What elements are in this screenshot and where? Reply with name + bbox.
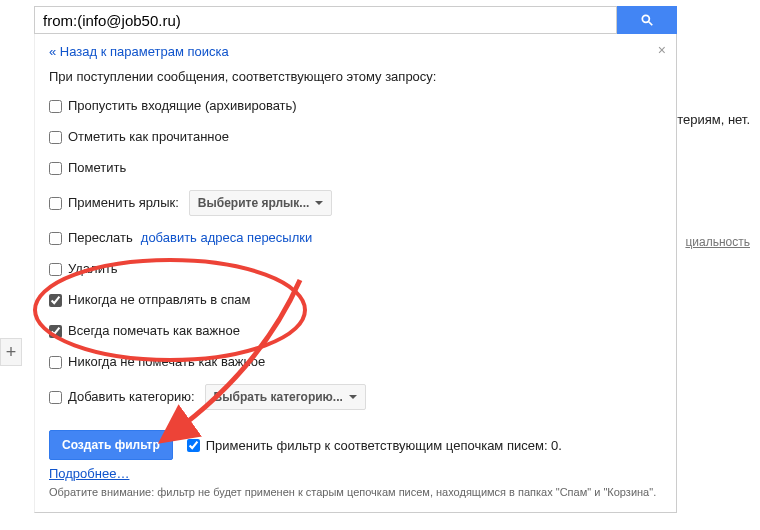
always-important-checkbox[interactable] [49, 325, 62, 338]
never-spam-checkbox[interactable] [49, 294, 62, 307]
skip-inbox-label: Пропустить входящие (архивировать) [68, 97, 297, 115]
panel-intro: При поступлении сообщения, соответствующ… [49, 69, 662, 84]
svg-point-0 [642, 15, 649, 22]
confidentiality-link[interactable]: циальность [685, 235, 750, 249]
add-forwarding-link[interactable]: добавить адреса пересылки [141, 229, 312, 247]
search-input[interactable] [34, 6, 617, 34]
label-select-text: Выберите ярлык... [198, 194, 310, 212]
create-filter-button[interactable]: Создать фильтр [49, 430, 173, 460]
filter-panel: × « Назад к параметрам поиска При поступ… [34, 34, 677, 513]
category-select[interactable]: Выбрать категорию... [205, 384, 366, 410]
apply-label-label: Применить ярлык: [68, 194, 179, 212]
apply-label-checkbox[interactable] [49, 197, 62, 210]
svg-line-1 [649, 22, 653, 26]
add-category-checkbox[interactable] [49, 391, 62, 404]
category-select-text: Выбрать категорию... [214, 388, 343, 406]
search-icon [640, 13, 654, 27]
star-label: Пометить [68, 159, 126, 177]
filter-note: Обратите внимание: фильтр не будет приме… [49, 485, 662, 500]
search-bar [34, 6, 677, 34]
star-checkbox[interactable] [49, 162, 62, 175]
never-important-checkbox[interactable] [49, 356, 62, 369]
compose-plus-button[interactable]: + [0, 338, 22, 366]
delete-checkbox[interactable] [49, 263, 62, 276]
apply-existing-label: Применить фильтр к соответствующим цепоч… [206, 438, 562, 453]
forward-label: Переслать [68, 229, 133, 247]
delete-label: Удалить [68, 260, 118, 278]
apply-existing-checkbox[interactable] [187, 439, 200, 452]
never-important-label: Никогда не помечать как важное [68, 353, 265, 371]
mark-read-checkbox[interactable] [49, 131, 62, 144]
add-category-label: Добавить категорию: [68, 388, 195, 406]
mark-read-label: Отметить как прочитанное [68, 128, 229, 146]
learn-more-link[interactable]: Подробнее… [49, 466, 129, 481]
chevron-down-icon [315, 201, 323, 205]
label-select[interactable]: Выберите ярлык... [189, 190, 333, 216]
search-button[interactable] [617, 6, 677, 34]
never-spam-label: Никогда не отправлять в спам [68, 291, 251, 309]
skip-inbox-checkbox[interactable] [49, 100, 62, 113]
forward-checkbox[interactable] [49, 232, 62, 245]
always-important-label: Всегда помечать как важное [68, 322, 240, 340]
close-icon[interactable]: × [658, 42, 666, 58]
chevron-down-icon [349, 395, 357, 399]
back-to-search-link[interactable]: « Назад к параметрам поиска [49, 44, 229, 59]
